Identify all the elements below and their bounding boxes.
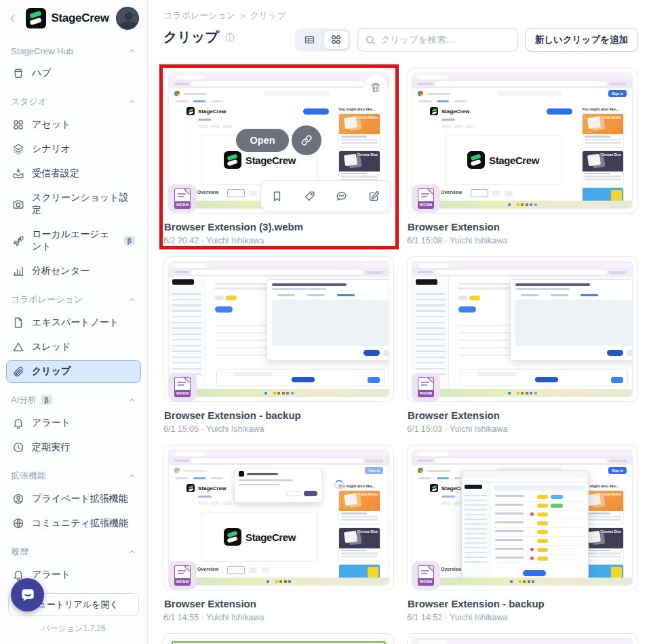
bar-chart-icon [12, 265, 24, 277]
edit-button[interactable] [368, 190, 380, 203]
list-view-button[interactable] [297, 31, 322, 49]
webstore-screenshot: Sign in StageCrew Overview You might als… [412, 450, 632, 585]
open-clip-button[interactable]: Open [236, 129, 288, 152]
beta-badge: β [41, 395, 52, 405]
page-title: クリップ [163, 28, 219, 46]
breadcrumb-current: クリップ [250, 9, 286, 22]
sidebar-section-stagecrew-hub[interactable]: StageCrew Hub [0, 37, 147, 60]
sidebar-section-studio[interactable]: スタジオ [0, 86, 147, 112]
clip-title: Browser Extension - backup [164, 409, 394, 421]
clip-card: StageCrew StageCrew Overview You might a… [163, 68, 394, 245]
stagecrew-logo-icon [26, 8, 46, 28]
webm-file-badge: WEBM [412, 373, 440, 401]
user-avatar[interactable] [116, 7, 139, 30]
chevron-left-icon [7, 12, 19, 24]
chevron-up-icon [127, 396, 136, 405]
breadcrumb: コラボレーション > クリップ [163, 9, 638, 22]
app-logo[interactable]: StageCrew [24, 8, 111, 28]
sidebar-section-ai-analysis[interactable]: AI分析 β [0, 384, 147, 410]
bookmark-button[interactable] [271, 190, 283, 203]
clip-thumbnail[interactable]: StageCrew StageCrew Overview You might a… [163, 68, 394, 214]
clip-card-partial [407, 633, 637, 644]
sidebar-item-ai-scheduled-runs[interactable]: 定期実行 [6, 436, 141, 459]
beta-badge: β [124, 236, 135, 245]
info-icon[interactable] [224, 32, 235, 43]
clip-meta: 6/1 15:05 · Yuichi Ishikawa [163, 424, 394, 434]
sidebar-item-community-extensions[interactable]: コミュニティ拡張機能 [6, 512, 141, 535]
clip-thumbnail[interactable] [407, 633, 637, 644]
sidebar-item-recipient-settings[interactable]: 受信者設定 [6, 162, 141, 185]
webm-file-badge: WEBM [168, 561, 197, 590]
copy-link-button[interactable] [292, 125, 321, 155]
breadcrumb-parent[interactable]: コラボレーション [163, 9, 235, 22]
document-icon [12, 317, 24, 329]
clip-title: Browser Extension (3).webm [164, 221, 394, 233]
bookmark-icon [271, 190, 283, 203]
chevron-up-icon [127, 98, 136, 106]
sidebar-item-ai-alerts[interactable]: アラート [6, 411, 141, 435]
clip-thumbnail[interactable]: WEBM [163, 256, 394, 402]
clips-grid: StageCrew StageCrew Overview You might a… [163, 68, 638, 644]
chevron-up-icon [127, 472, 136, 481]
sidebar-section-collaboration[interactable]: コラボレーション [0, 284, 147, 310]
sidebar-item-analytics-center[interactable]: 分析センター [6, 260, 141, 283]
clip-card: Sign in StageCrew StageCrew Overview [163, 445, 394, 622]
page-header: クリップ 新しいクリップを追加 [163, 28, 638, 52]
search-box [357, 28, 518, 52]
clip-action-bar [260, 180, 391, 212]
clip-thumbnail[interactable]: Sign in StageCrew StageCrew Overview [407, 68, 637, 214]
clip-card: Sign in StageCrew Overview You might als… [407, 445, 637, 622]
inbox-icon [12, 167, 24, 180]
sidebar-item-clips[interactable]: クリップ [6, 360, 141, 383]
hover-overlay: Open [164, 125, 393, 155]
stagecrew-popup-window [461, 470, 589, 578]
clip-card: Sign in StageCrew StageCrew Overview [407, 68, 637, 245]
sidebar-item-screenshot-settings[interactable]: スクリーンショット設定 [6, 186, 141, 222]
sidebar-section-extensions[interactable]: 拡張機能 [0, 460, 147, 486]
sidebar-item-local-agent[interactable]: ローカルエージェント β [6, 223, 141, 258]
trash-icon [370, 81, 382, 94]
sidebar-item-hub[interactable]: ハブ [6, 62, 141, 85]
add-clip-button[interactable]: 新しいクリップを追加 [525, 28, 638, 52]
sidebar-section-history[interactable]: 履歴 [0, 536, 147, 562]
sidebar-item-scenario[interactable]: シナリオ [6, 138, 141, 161]
comment-dots-icon [335, 190, 348, 203]
clip-title: Browser Extension [408, 409, 637, 421]
clip-meta: 6/1 15:08 · Yuichi Ishikawa [407, 236, 637, 245]
sidebar-item-threads[interactable]: スレッド [6, 336, 141, 359]
delete-clip-button[interactable] [363, 75, 388, 100]
version-label: バージョン1.7.26 [8, 616, 139, 640]
sidebar-nav: StageCrew Hub ハブ スタジオ アセット シナリオ 受信者設定 スク… [0, 37, 147, 588]
sidebar-item-assets[interactable]: アセット [6, 113, 141, 136]
recording-screenshot [169, 639, 389, 644]
app-screenshot [412, 262, 632, 397]
user-circle-icon [12, 493, 24, 505]
webstore-screenshot [412, 639, 632, 644]
search-icon [365, 35, 376, 45]
clip-title: Browser Extension [164, 598, 394, 609]
chat-widget-button[interactable] [11, 578, 44, 611]
breadcrumb-separator: > [240, 11, 245, 21]
tag-icon [303, 190, 316, 203]
link-icon [300, 134, 313, 147]
table-view-icon [304, 34, 315, 45]
app-name: StageCrew [51, 12, 109, 25]
clip-meta: 6/1 14:55 · Yuichi Ishikawa [163, 613, 394, 622]
clip-card: WEBM Browser Extension 6/1 15:03 · Yuich… [407, 256, 637, 434]
layers-icon [12, 143, 24, 155]
clip-thumbnail[interactable]: WEBM [407, 256, 637, 402]
comment-button[interactable] [335, 190, 348, 203]
clip-thumbnail[interactable]: Sign in StageCrew StageCrew Overview [163, 445, 394, 590]
sidebar-item-private-extensions[interactable]: プライベート拡張機能 [6, 487, 141, 510]
sidebar-header: StageCrew [0, 0, 147, 37]
grid-view-button[interactable] [323, 31, 349, 49]
hub-icon [12, 67, 24, 79]
collapse-sidebar-button[interactable] [7, 12, 19, 24]
search-input[interactable] [381, 35, 511, 45]
tag-button[interactable] [303, 190, 316, 203]
clip-thumbnail[interactable] [163, 633, 394, 644]
sidebar-item-expert-notes[interactable]: エキスパートノート [6, 311, 141, 334]
clip-thumbnail[interactable]: Sign in StageCrew Overview You might als… [407, 445, 637, 590]
chat-bubble-icon [19, 586, 37, 604]
clock-icon [12, 441, 24, 454]
